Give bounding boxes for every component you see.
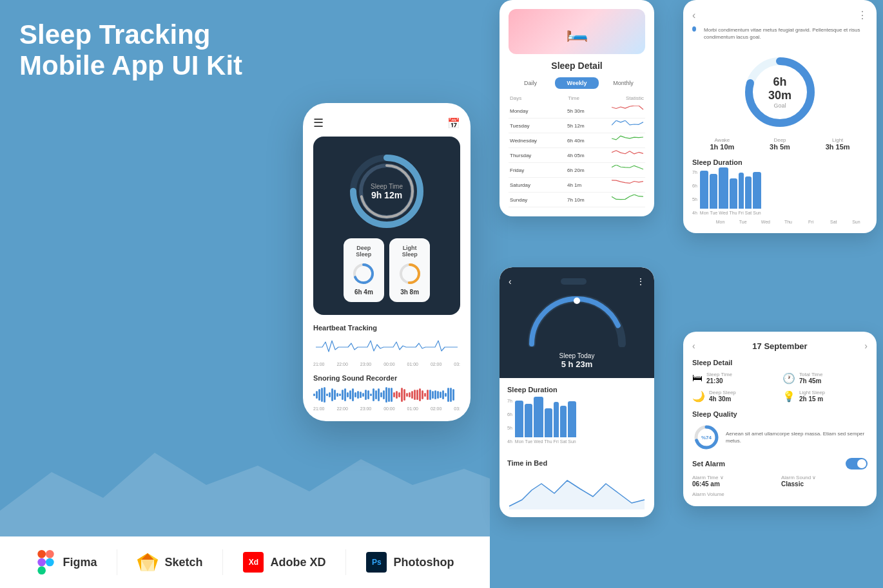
snoring-bar [360,392,362,399]
stats-back-btn[interactable]: ‹ [692,10,695,21]
snoring-bar [422,390,423,399]
bar-fill [700,171,709,209]
snoring-bar [367,390,369,400]
bar-column: Sat [745,176,752,215]
date-next-btn[interactable]: › [864,341,868,351]
snoring-bar [419,388,421,401]
snoring-bar [321,388,323,402]
day-cell: Thursday [510,153,545,158]
light-stat: Light 3h 15m [826,137,850,151]
bar-column: Tue [710,174,717,216]
snoring-title: Snoring Sound Recorder [313,374,460,382]
bar-fill [568,401,576,437]
figma-tool[interactable]: Figma [35,552,97,573]
snoring-section: Snoring Sound Recorder 21:0022:0023:0000… [313,374,460,411]
bar-day-label: Wed [719,211,728,215]
mini-chart [612,135,644,146]
light-sleep-card: Light Sleep 3h 8m [389,238,430,302]
stats-more-btn[interactable]: ⋮ [857,9,868,21]
mini-chart [612,120,644,131]
snoring-bar [406,393,408,396]
bar-fill [554,402,559,437]
stats-bar-chart: MonTueWedThuFriSatSun [700,170,761,215]
alarm-row: Set Alarm [692,458,868,469]
stats-description: Morbi condimentum vitae metus feugiat gr… [704,26,868,41]
table-row: Monday 5h 30m [509,104,645,119]
bar-day-label: Mon [700,211,709,215]
alarm-volume-label: Alarm Volume [692,491,868,497]
date-prev-btn[interactable]: ‹ [692,341,695,351]
snoring-bar [354,392,356,397]
light-icon: 💡 [782,390,795,403]
quality-title: Sleep Quality [692,410,868,418]
snoring-bar [414,390,416,399]
deep-sleep-card: DeepSleep 6h 4m [344,238,384,302]
adobexd-label: Adobe XD [270,556,325,569]
heartbeat-section: Heartbeat Tracking 21:0022:0023:0000:000… [313,324,460,366]
phone-header: ☰ 📅 [313,113,460,137]
tab-daily[interactable]: Daily [509,77,552,89]
bar-fill [515,401,524,437]
menu-icon[interactable]: ☰ [313,116,324,130]
time-cell: 6h 20m [567,167,590,173]
snoring-bar [316,391,318,399]
table-row: Wednesday 6h 40m [509,133,645,148]
sketch-tool[interactable]: Sketch [137,552,202,573]
alarm-toggle[interactable] [846,458,868,469]
snoring-bar [380,392,382,397]
bottom-toolbar: Figma Sketch Xd Adobe XD Ps Photoshop [0,536,490,588]
time-cell: 7h 10m [567,197,590,203]
svg-rect-14 [38,550,46,558]
donut-goal: Goal [761,102,799,109]
tab-weekly[interactable]: Weekly [555,77,599,89]
deep-sleep-mini-circle [350,261,378,286]
back-button[interactable]: ‹ [509,276,512,287]
stats-duration-label: Sleep Duration [692,158,868,166]
time-cell: 4h 1m [567,182,590,188]
svg-rect-17 [38,566,46,574]
date-display: 17 September [752,341,807,351]
quality-circle: %74 [692,423,721,451]
adobexd-tool[interactable]: Xd Adobe XD [243,552,325,573]
mini-chart [612,180,644,190]
sleep-time-label: Sleep Time [371,183,403,190]
bar-chart-row: 7h 6h 5h 4h MonTueWedThuFriSatSun [507,399,646,446]
snoring-bar [334,390,336,400]
snoring-bar [342,390,344,400]
day-cell: Friday [510,167,545,173]
bar-column: Thu [730,178,737,216]
dark-phone-top: ‹ ⋮ Sleep Today 5 h 23m [500,267,654,378]
snoring-bar [403,389,405,400]
calendar-icon[interactable]: 📅 [447,117,460,129]
sleep-circle-chart: Sleep Time 9h 12m [345,149,429,233]
snoring-bar [432,391,434,398]
snoring-bar [331,388,333,401]
stats-bar-row: 7h 6h 5h 4h MonTueWedThuFriSatSun [692,170,868,218]
alarm-sound-value: Classic [781,480,868,488]
y-axis-labels: 7h 6h 5h 4h [507,399,512,444]
snoring-bar [349,390,351,399]
photoshop-tool[interactable]: Ps Photoshop [366,552,454,573]
detail-panel: ‹ 17 September › Sleep Detail 🛏 Sleep Ti… [683,332,877,506]
tab-monthly[interactable]: Monthly [601,77,645,89]
bar-fill [560,406,567,437]
alarm-title: Set Alarm [692,460,725,468]
sleep-circle-container: Sleep Time 9h 12m DeepSleep 6h 4m Light … [313,137,460,315]
alarm-sound-label: Alarm Sound ∨ [781,475,868,480]
bar-column: Fri [739,173,744,215]
bar-column: Tue [525,404,532,444]
deep-sleep-label: DeepSleep [350,245,378,258]
time-cell: 5h 12m [567,123,590,129]
snoring-bar [434,390,436,399]
light-sleep-label-dp: Light Sleep [799,390,825,395]
light-sleep-item: 💡 Light Sleep 2h 15 m [782,390,868,403]
sleep-detail-card: 🛏️ Sleep Detail Daily Weekly Monthly Day… [500,0,654,216]
bar-column: Sun [753,172,761,215]
watermark-decoration [0,433,490,536]
more-button[interactable]: ⋮ [636,276,645,287]
deep-sleep-value: 6h 4m [350,289,378,296]
bar-column: Sat [560,406,567,444]
sleep-goal-donut: 6h 30m Goal [741,53,819,131]
snoring-bar [437,391,439,398]
sleep-time-label: Sleep Time [706,372,732,377]
